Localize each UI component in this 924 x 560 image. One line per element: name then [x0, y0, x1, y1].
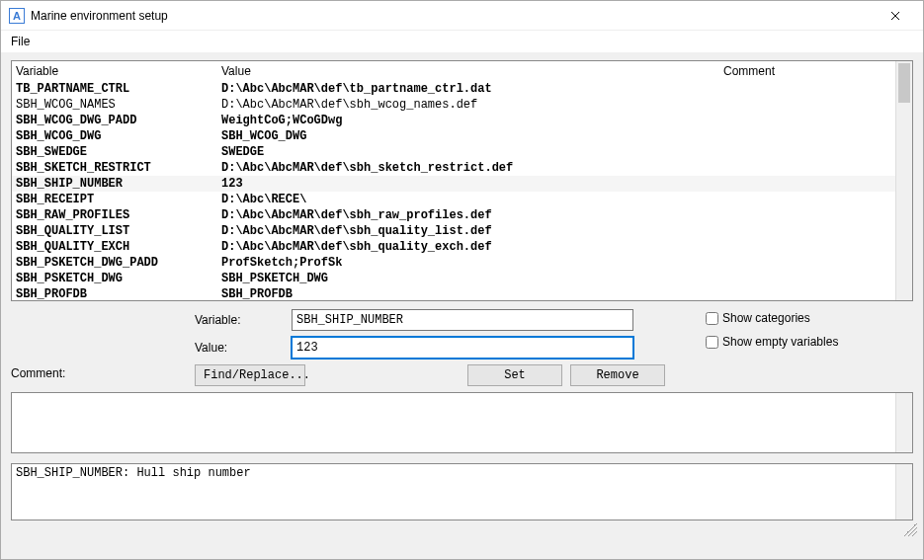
value-input[interactable]: [292, 337, 633, 359]
show-empty-input[interactable]: [706, 336, 718, 349]
comment-textarea-inner: [12, 393, 895, 452]
variable-listbox: Variable Value Comment TB_PARTNAME_CTRLD…: [11, 60, 913, 301]
cell-comment: [723, 176, 891, 192]
set-button[interactable]: Set: [467, 364, 562, 386]
cell-variable: SBH_QUALITY_EXCH: [16, 239, 221, 255]
cell-comment: [723, 128, 891, 144]
menubar: File: [1, 31, 923, 52]
cell-value: D:\Abc\AbcMAR\def\sbh_raw_profiles.def: [221, 207, 723, 223]
cell-comment: [723, 286, 891, 300]
table-row[interactable]: SBH_QUALITY_LISTD:\Abc\AbcMAR\def\sbh_qu…: [12, 223, 895, 239]
table-row[interactable]: SBH_SHIP_NUMBER123: [12, 176, 895, 192]
cell-comment: [723, 144, 891, 160]
listbox-scrollbar[interactable]: [895, 61, 912, 300]
scrollbar-thumb[interactable]: [898, 63, 910, 103]
table-row[interactable]: SBH_WCOG_NAMESD:\Abc\AbcMAR\def\sbh_wcog…: [12, 97, 895, 113]
menu-file[interactable]: File: [5, 33, 36, 50]
cell-comment: [723, 239, 891, 255]
cell-variable: SBH_SWEDGE: [16, 144, 221, 160]
remove-button[interactable]: Remove: [570, 364, 665, 386]
comment-scrollbar[interactable]: [895, 393, 912, 452]
show-empty-label: Show empty variables: [722, 335, 838, 349]
table-row[interactable]: SBH_RAW_PROFILESD:\Abc\AbcMAR\def\sbh_ra…: [12, 207, 895, 223]
cell-value: WeightCoG;WCoGDwg: [221, 113, 723, 128]
find-replace-button[interactable]: Find/Replace...: [195, 364, 305, 386]
cell-variable: SBH_PSKETCH_DWG_PADD: [16, 255, 221, 271]
cell-value: D:\Abc\RECE\: [221, 192, 723, 207]
cell-comment: [723, 255, 891, 271]
form-area: Comment: Variable: Value: Find/Replace..…: [11, 309, 913, 386]
cell-comment: [723, 192, 891, 207]
cell-value: D:\Abc\AbcMAR\def\sbh_wcog_names.def: [221, 97, 723, 113]
table-row[interactable]: SBH_WCOG_DWG_PADDWeightCoG;WCoGDwg: [12, 113, 895, 128]
cell-value: SBH_WCOG_DWG: [221, 128, 723, 144]
table-row[interactable]: SBH_RECEIPTD:\Abc\RECE\: [12, 192, 895, 207]
cell-variable: SBH_PROFDB: [16, 286, 221, 300]
cell-comment: [723, 97, 891, 113]
cell-variable: SBH_SKETCH_RESTRICT: [16, 160, 221, 176]
cell-value: SBH_PROFDB: [221, 286, 723, 300]
cell-value: 123: [221, 176, 723, 192]
cell-comment: [723, 160, 891, 176]
col-header-comment: Comment: [723, 63, 891, 79]
cell-value: ProfSketch;ProfSk: [221, 255, 723, 271]
window-title: Marine environment setup: [31, 9, 876, 23]
table-row[interactable]: TB_PARTNAME_CTRLD:\Abc\AbcMAR\def\tb_par…: [12, 81, 895, 97]
table-row[interactable]: SBH_QUALITY_EXCHD:\Abc\AbcMAR\def\sbh_qu…: [12, 239, 895, 255]
resize-grip[interactable]: [903, 522, 917, 536]
cell-variable: SBH_WCOG_NAMES: [16, 97, 221, 113]
listbox-body[interactable]: Variable Value Comment TB_PARTNAME_CTRLD…: [12, 61, 895, 300]
comment-label: Comment:: [11, 366, 185, 380]
variable-input[interactable]: [292, 309, 633, 331]
info-box: SBH_SHIP_NUMBER: Hull ship number: [11, 463, 913, 520]
cell-value: D:\Abc\AbcMAR\def\sbh_quality_exch.def: [221, 239, 723, 255]
cell-variable: TB_PARTNAME_CTRL: [16, 81, 221, 97]
cell-comment: [723, 271, 891, 286]
cell-value: D:\Abc\AbcMAR\def\sbh_quality_list.def: [221, 223, 723, 239]
cell-variable: SBH_WCOG_DWG_PADD: [16, 113, 221, 128]
cell-value: D:\Abc\AbcMAR\def\tb_partname_ctrl.dat: [221, 81, 723, 97]
info-text: SBH_SHIP_NUMBER: Hull ship number: [12, 464, 895, 520]
titlebar: A Marine environment setup: [1, 1, 923, 31]
show-categories-input[interactable]: [706, 312, 718, 325]
show-empty-checkbox[interactable]: Show empty variables: [706, 335, 913, 349]
show-categories-checkbox[interactable]: Show categories: [706, 311, 913, 325]
table-row[interactable]: SBH_WCOG_DWGSBH_WCOG_DWG: [12, 128, 895, 144]
cell-variable: SBH_RECEIPT: [16, 192, 221, 207]
cell-comment: [723, 113, 891, 128]
cell-value: D:\Abc\AbcMAR\def\sbh_sketch_restrict.de…: [221, 160, 723, 176]
info-scrollbar[interactable]: [895, 464, 912, 520]
cell-variable: SBH_QUALITY_LIST: [16, 223, 221, 239]
table-row[interactable]: SBH_SKETCH_RESTRICTD:\Abc\AbcMAR\def\sbh…: [12, 160, 895, 176]
client-area: Variable Value Comment TB_PARTNAME_CTRLD…: [1, 52, 923, 559]
value-label: Value:: [195, 341, 284, 355]
table-row[interactable]: SBH_SWEDGESWEDGE: [12, 144, 895, 160]
close-icon: [890, 11, 900, 21]
comment-textarea[interactable]: [11, 392, 913, 453]
cell-variable: SBH_RAW_PROFILES: [16, 207, 221, 223]
cell-variable: SBH_SHIP_NUMBER: [16, 176, 221, 192]
app-icon: A: [9, 8, 25, 24]
cell-variable: SBH_PSKETCH_DWG: [16, 271, 221, 286]
cell-comment: [723, 207, 891, 223]
show-categories-label: Show categories: [722, 311, 810, 325]
col-header-value: Value: [221, 63, 723, 79]
variable-label: Variable:: [195, 313, 284, 327]
cell-comment: [723, 223, 891, 239]
col-header-variable: Variable: [16, 63, 221, 79]
table-row[interactable]: SBH_PSKETCH_DWGSBH_PSKETCH_DWG: [12, 271, 895, 286]
table-row[interactable]: SBH_PSKETCH_DWG_PADDProfSketch;ProfSk: [12, 255, 895, 271]
cell-value: SBH_PSKETCH_DWG: [221, 271, 723, 286]
cell-variable: SBH_WCOG_DWG: [16, 128, 221, 144]
close-button[interactable]: [876, 2, 915, 30]
listbox-header: Variable Value Comment: [12, 61, 895, 81]
cell-comment: [723, 81, 891, 97]
table-row[interactable]: SBH_PROFDBSBH_PROFDB: [12, 286, 895, 300]
cell-value: SWEDGE: [221, 144, 723, 160]
